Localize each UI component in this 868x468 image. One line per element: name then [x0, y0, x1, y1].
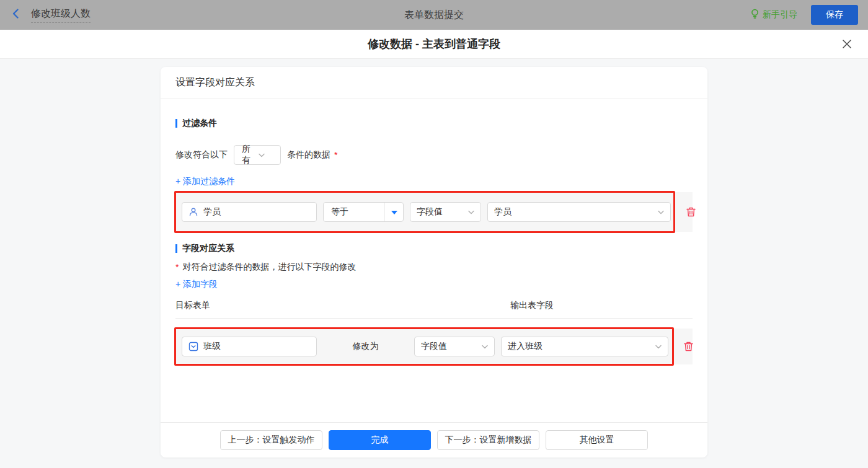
- required-asterisk: *: [334, 150, 337, 160]
- chevron-down-icon: [259, 153, 275, 157]
- filter-section-title-text: 过滤条件: [182, 118, 217, 129]
- topbar-center-title: 表单数据提交: [0, 9, 868, 22]
- top-bar: 表单数据提交 修改班级人数 新手引导 保存: [0, 0, 868, 30]
- modal-body: 设置字段对应关系 过滤条件 修改符合以下 所有 条件的数据 * + 添加过滤条件: [0, 67, 868, 468]
- delete-mapping-row-button[interactable]: [683, 341, 694, 352]
- section-accent-bar: [175, 244, 177, 253]
- done-button[interactable]: 完成: [329, 430, 431, 450]
- save-button[interactable]: 保存: [811, 5, 858, 25]
- beginner-guide-link[interactable]: 新手引导: [750, 9, 797, 21]
- chevron-down-icon: [468, 210, 474, 214]
- section-accent-bar: [175, 119, 177, 128]
- add-filter-condition-link[interactable]: + 添加过滤条件: [175, 176, 235, 187]
- other-settings-button[interactable]: 其他设置: [546, 430, 648, 450]
- mapping-source-field-value: 进入班级: [508, 341, 542, 352]
- mapping-table-header: 目标表单 输出表字段: [175, 300, 693, 319]
- compare-value: 学员: [494, 206, 512, 218]
- mapping-note-text: 对符合过滤条件的数据，进行以下字段的修改: [182, 262, 356, 273]
- chevron-down-icon: [658, 210, 664, 214]
- value-type-value: 字段值: [417, 206, 443, 218]
- condition-prefix-text: 修改符合以下: [175, 149, 228, 161]
- chevron-down-icon: [482, 345, 488, 349]
- next-step-button[interactable]: 下一步：设置新增数据: [437, 430, 539, 450]
- prev-step-button[interactable]: 上一步：设置触发动作: [220, 430, 322, 450]
- dropdown-field-icon: [188, 342, 198, 351]
- compare-value-select[interactable]: 学员: [487, 202, 671, 222]
- condition-suffix-text: 条件的数据: [287, 149, 330, 161]
- target-form-column-header: 目标表单: [175, 300, 210, 310]
- close-button[interactable]: [841, 38, 853, 50]
- condition-line: 修改符合以下 所有 条件的数据 *: [175, 145, 693, 165]
- mapping-note: * 对符合过滤条件的数据，进行以下字段的修改: [175, 262, 693, 273]
- panel-header-title: 设置字段对应关系: [161, 67, 707, 99]
- back-button[interactable]: [10, 7, 22, 22]
- value-type-select[interactable]: 字段值: [410, 202, 481, 222]
- workflow-title[interactable]: 修改班级人数: [31, 7, 91, 23]
- member-field-icon: [188, 207, 198, 217]
- filter-condition-row: 学员 等于 字段值 学员: [175, 192, 693, 232]
- lightbulb-icon: [750, 9, 760, 21]
- back-chevron-icon: [10, 7, 22, 22]
- field-mapping-row: 班级 修改为 字段值 进入班级: [175, 329, 693, 364]
- filter-field-value: 学员: [203, 206, 221, 218]
- panel-content: 过滤条件 修改符合以下 所有 条件的数据 * + 添加过滤条件: [161, 99, 707, 422]
- panel-footer: 上一步：设置触发动作 完成 下一步：设置新增数据 其他设置: [161, 422, 707, 457]
- settings-panel: 设置字段对应关系 过滤条件 修改符合以下 所有 条件的数据 * + 添加过滤条件: [161, 67, 707, 457]
- dialog-header: 修改数据 - 主表到普通字段: [0, 30, 868, 59]
- mapping-value-type-value: 字段值: [421, 341, 447, 352]
- mapping-source-field-select[interactable]: 进入班级: [501, 337, 668, 356]
- beginner-guide-label: 新手引导: [763, 9, 797, 20]
- mapping-section-title: 字段对应关系: [175, 243, 693, 254]
- dialog-title: 修改数据 - 主表到普通字段: [368, 37, 500, 51]
- filter-section-title: 过滤条件: [175, 118, 693, 129]
- mapping-section-title-text: 字段对应关系: [182, 243, 234, 254]
- target-field-select[interactable]: 班级: [182, 337, 317, 356]
- operator-select[interactable]: 等于: [323, 202, 404, 222]
- condition-logic-select[interactable]: 所有: [234, 145, 281, 165]
- mapping-value-type-select[interactable]: 字段值: [414, 337, 495, 356]
- operator-value: 等于: [324, 206, 384, 218]
- modify-to-label: 修改为: [323, 341, 408, 352]
- output-field-column-header: 输出表字段: [510, 300, 554, 311]
- chevron-down-icon: [655, 345, 662, 349]
- target-field-value: 班级: [203, 341, 221, 352]
- delete-filter-row-button[interactable]: [686, 206, 696, 218]
- required-asterisk: *: [175, 262, 179, 272]
- triangle-down-icon: [391, 211, 397, 218]
- filter-field-select[interactable]: 学员: [182, 202, 317, 222]
- add-field-link[interactable]: + 添加字段: [175, 279, 218, 290]
- operator-dropdown-segment[interactable]: [384, 203, 403, 221]
- condition-logic-value: 所有: [242, 144, 259, 166]
